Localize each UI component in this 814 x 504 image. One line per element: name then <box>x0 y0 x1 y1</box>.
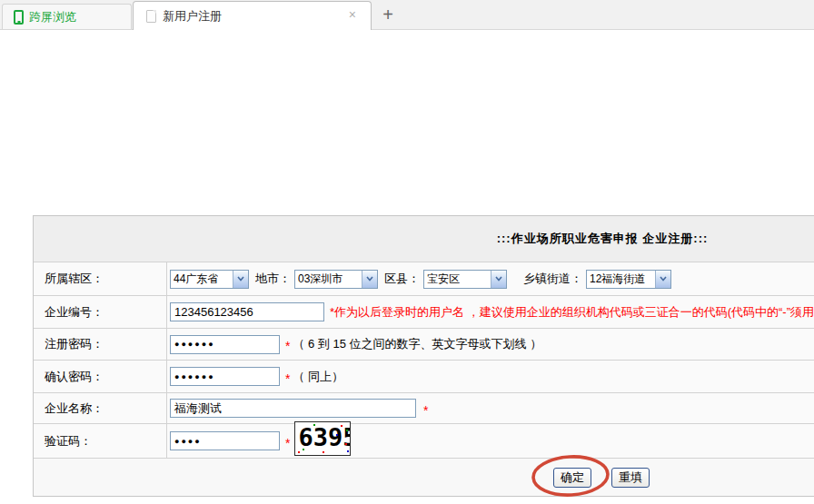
row-enterprise-code: 企业编号： 123456123456 *作为以后登录时的用户名 ，建议使用企业的… <box>34 295 814 328</box>
row-region: 所属辖区： 44广东省 地市： 03深圳市 区县： 宝安区 <box>34 262 814 295</box>
captcha-image[interactable]: 6395 <box>294 421 351 456</box>
enterprise-name-input[interactable]: 福海测试 <box>170 399 416 418</box>
tab-cross-screen-browse[interactable]: 跨屏浏览 <box>2 4 132 29</box>
enterprise-code-input[interactable]: 123456123456 <box>170 302 324 321</box>
new-tab-button[interactable]: + <box>378 4 398 25</box>
chevron-down-icon <box>491 271 506 288</box>
noise-dot <box>341 425 342 427</box>
confirm-password-input[interactable]: ●●●●●● <box>170 367 280 386</box>
form-header: :::作业场所职业危害申报 企业注册::: <box>34 216 814 262</box>
row-captcha: 验证码： ●●●● * 6395 <box>34 423 814 458</box>
required-asterisk: * <box>285 439 290 448</box>
captcha-input[interactable]: ●●●● <box>170 431 280 450</box>
form-footer: 确定 重填 <box>34 458 814 496</box>
mobile-phone-icon <box>14 10 24 25</box>
confirm-hint-text: （ 同上） <box>293 369 343 385</box>
noise-dot <box>303 449 304 450</box>
document-icon <box>146 10 156 23</box>
row-label: 确认密码： <box>34 361 167 392</box>
row-enterprise-name: 企业名称： 福海测试 * <box>34 392 814 423</box>
county-select[interactable]: 宝安区 <box>423 270 507 289</box>
row-label: 企业名称： <box>34 393 167 423</box>
noise-dot <box>313 424 315 426</box>
code-hint-text: *作为以后登录时的用户名 ，建议使用企业的组织机构代码或三证合一的代码(代码中的… <box>330 304 814 321</box>
noise-dot <box>345 443 347 445</box>
close-icon[interactable]: × <box>349 8 356 21</box>
chevron-down-icon <box>362 271 377 288</box>
row-confirm-password: 确认密码： ●●●●●● * （ 同上） <box>34 360 814 392</box>
city-select[interactable]: 03深圳市 <box>294 270 378 289</box>
row-label: 所属辖区： <box>34 262 167 295</box>
required-asterisk: * <box>423 406 428 415</box>
county-label: 区县： <box>384 271 420 287</box>
chevron-down-icon <box>655 271 670 288</box>
form-title: :::作业场所职业危害申报 企业注册::: <box>497 231 709 247</box>
noise-dot <box>336 434 338 436</box>
password-hint-text: （ 6 到 15 位之间的数字、英文字母或下划线 ） <box>293 336 541 352</box>
reset-button[interactable]: 重填 <box>611 468 650 488</box>
noise-dot <box>346 430 348 431</box>
province-select[interactable]: 44广东省 <box>170 270 249 289</box>
tab-bar: 跨屏浏览 新用户注册 × + <box>0 0 814 30</box>
chevron-down-icon <box>233 271 248 288</box>
street-label: 乡镇街道： <box>523 271 582 287</box>
tab-new-user-registration[interactable]: 新用户注册 × <box>133 1 372 30</box>
street-select[interactable]: 12福海街道 <box>586 270 671 289</box>
noise-dot <box>298 451 300 453</box>
required-asterisk: * <box>285 374 290 383</box>
required-asterisk: * <box>285 341 290 351</box>
noise-dot <box>347 450 349 452</box>
row-label: 企业编号： <box>34 296 167 328</box>
tab-label: 新用户注册 <box>163 8 222 25</box>
noise-dot <box>323 451 324 453</box>
row-label: 注册密码： <box>34 329 167 360</box>
confirm-button[interactable]: 确定 <box>553 468 591 488</box>
tab-label: 跨屏浏览 <box>29 9 76 25</box>
registration-form: :::作业场所职业危害申报 企业注册::: 所属辖区： 44广东省 地市： 03… <box>33 215 814 497</box>
password-input[interactable]: ●●●●●● <box>170 335 280 354</box>
row-password: 注册密码： ●●●●●● * （ 6 到 15 位之间的数字、英文字母或下划线 … <box>34 328 814 360</box>
city-label: 地市： <box>255 271 291 287</box>
row-label: 验证码： <box>34 424 167 458</box>
